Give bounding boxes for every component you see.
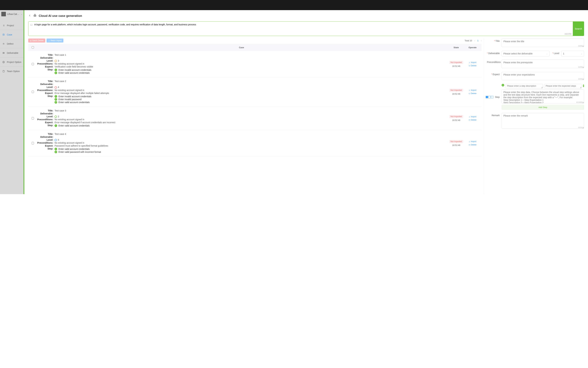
table-row: Title:Test case 4Deliverable:Level:5Prec… bbox=[28, 130, 481, 156]
project-avatar bbox=[1, 12, 6, 16]
char-counter: 162/255 bbox=[564, 33, 571, 35]
step-item: 2Enter invalid password bbox=[54, 98, 447, 101]
step-number-badge: 1 bbox=[54, 95, 57, 98]
requirement-input[interactable] bbox=[28, 22, 573, 35]
drawer-panel: Cloud AI use case generation 162/255 Sea… bbox=[24, 10, 588, 194]
deliverable-select[interactable] bbox=[502, 51, 550, 56]
doc-icon bbox=[2, 70, 5, 72]
step-expected-input[interactable] bbox=[544, 84, 582, 88]
level-select[interactable] bbox=[561, 51, 584, 56]
delete-link[interactable]: Delete bbox=[469, 144, 476, 146]
delete-link[interactable]: Delete bbox=[469, 92, 476, 95]
step-item: 2Enter valid account credentials bbox=[54, 72, 447, 74]
case-title: Test case 3 bbox=[54, 109, 447, 112]
preconditions-input[interactable] bbox=[502, 60, 584, 68]
field-label: Title: bbox=[36, 109, 54, 112]
field-label: Expect: bbox=[36, 65, 54, 68]
batch-import-button[interactable]: Batch Import bbox=[46, 38, 63, 43]
row-checkbox[interactable] bbox=[32, 91, 34, 93]
svg-point-16 bbox=[35, 14, 35, 14]
table-row: Title:Test case 1Deliverable:Level:3Prec… bbox=[28, 51, 481, 77]
svg-rect-17 bbox=[30, 24, 32, 26]
step-mode-toggle[interactable] bbox=[486, 96, 493, 98]
row-checkbox[interactable] bbox=[32, 142, 34, 144]
status-badge: Not Imported bbox=[449, 140, 463, 143]
svg-point-14 bbox=[35, 16, 36, 16]
row-checkbox[interactable] bbox=[32, 117, 34, 120]
add-step-button[interactable]: Add Step bbox=[502, 105, 584, 110]
case-preconditions: No existing account signed in bbox=[54, 118, 447, 121]
bug-icon bbox=[2, 43, 5, 45]
field-label: Level: bbox=[36, 86, 54, 88]
search-button[interactable]: Search bbox=[573, 22, 584, 36]
import-link[interactable]: Import bbox=[469, 89, 476, 91]
case-icon bbox=[2, 34, 5, 36]
sidebar-item-case[interactable]: Case bbox=[0, 30, 24, 39]
status-badge: Not Imported bbox=[449, 115, 463, 118]
field-label: Level: bbox=[36, 59, 54, 62]
case-level: 4 bbox=[54, 86, 447, 88]
label-title: Title bbox=[495, 40, 500, 42]
step-text: Enter invalid account credentials bbox=[58, 69, 91, 71]
select-all-checkbox[interactable] bbox=[32, 46, 34, 48]
page-prev[interactable]: ‹ bbox=[474, 39, 475, 42]
import-link[interactable]: Import bbox=[469, 140, 476, 143]
field-label: Title: bbox=[36, 133, 54, 135]
import-link[interactable]: Import bbox=[469, 116, 476, 118]
table-header: Case State Operate bbox=[28, 44, 481, 51]
sidebar-item-deliverable[interactable]: Deliverable bbox=[0, 48, 24, 57]
sidebar-item-project[interactable]: Project bbox=[0, 21, 24, 30]
expect-input[interactable] bbox=[502, 72, 584, 80]
label-deliverable: Deliverable bbox=[488, 52, 500, 55]
table-row: Title:Test case 2Deliverable:Level:4Prec… bbox=[28, 77, 481, 107]
step-text: Enter valid account credentials bbox=[58, 148, 90, 150]
sidebar: Lihua Cat A... ⌄ ProjectCaseDefectDelive… bbox=[0, 10, 24, 194]
delete-link[interactable]: Delete bbox=[469, 119, 476, 121]
step-number-badge: 2 bbox=[54, 98, 57, 101]
case-form: *Title 0/255 *Deliverable ⌄ bbox=[484, 38, 584, 194]
sidebar-item-label: Project Option bbox=[7, 61, 21, 64]
case-time: 18:52:46 bbox=[452, 65, 461, 67]
case-title: Test case 1 bbox=[54, 54, 447, 56]
title-input[interactable] bbox=[502, 38, 584, 47]
page-current[interactable]: 1 bbox=[477, 39, 478, 42]
back-button[interactable] bbox=[28, 14, 31, 18]
step-item: 1Enter valid account credentials bbox=[54, 124, 447, 127]
import-link[interactable]: Import bbox=[469, 61, 476, 64]
chevron-down-icon: ⌄ bbox=[21, 13, 22, 15]
label-preconditions: Preconditions bbox=[487, 61, 501, 64]
field-label: Deliverable: bbox=[36, 136, 54, 138]
step-description-input[interactable] bbox=[506, 84, 543, 88]
case-time: 18:52:46 bbox=[452, 93, 461, 95]
drawer-drag-edge[interactable] bbox=[24, 10, 24, 194]
add-step-icon[interactable]: + bbox=[583, 84, 584, 87]
search-box: 162/255 Search bbox=[28, 21, 584, 36]
sidebar-item-defect[interactable]: Defect bbox=[0, 39, 24, 48]
delete-link[interactable]: Delete bbox=[469, 64, 476, 67]
step-text: Enter valid account credentials bbox=[58, 124, 90, 127]
field-label: Preconditions: bbox=[36, 118, 54, 121]
total-count: Total 10 bbox=[465, 39, 472, 42]
field-label: Deliverable: bbox=[36, 56, 54, 59]
remark-input[interactable] bbox=[502, 113, 584, 129]
step-item: 1Enter valid account credentials bbox=[54, 148, 447, 150]
field-label: Step: bbox=[36, 124, 54, 127]
row-checkbox[interactable] bbox=[32, 63, 34, 65]
level-dot-icon bbox=[54, 139, 57, 141]
step-data-input[interactable] bbox=[502, 89, 584, 103]
sidebar-item-label: Deliverable bbox=[7, 52, 18, 54]
field-label: Step: bbox=[36, 147, 54, 150]
sidebar-item-team-option[interactable]: Team Option bbox=[0, 67, 24, 76]
step-number-badge: 2 bbox=[54, 72, 57, 74]
step-text: Enter valid account credentials bbox=[58, 72, 90, 74]
svg-point-13 bbox=[34, 16, 35, 16]
sidebar-item-project-option[interactable]: Project Option bbox=[0, 57, 24, 66]
batch-delete-button[interactable]: Batch Delete bbox=[28, 38, 45, 43]
project-selector[interactable]: Lihua Cat A... ⌄ bbox=[0, 10, 24, 18]
case-level: 5 bbox=[54, 138, 447, 141]
page-next[interactable]: › bbox=[481, 39, 481, 42]
list-icon bbox=[2, 24, 5, 27]
step-item: 1Enter invalid account credentials bbox=[54, 69, 447, 71]
field-label: Title: bbox=[36, 80, 54, 83]
deliv-icon bbox=[2, 52, 5, 54]
